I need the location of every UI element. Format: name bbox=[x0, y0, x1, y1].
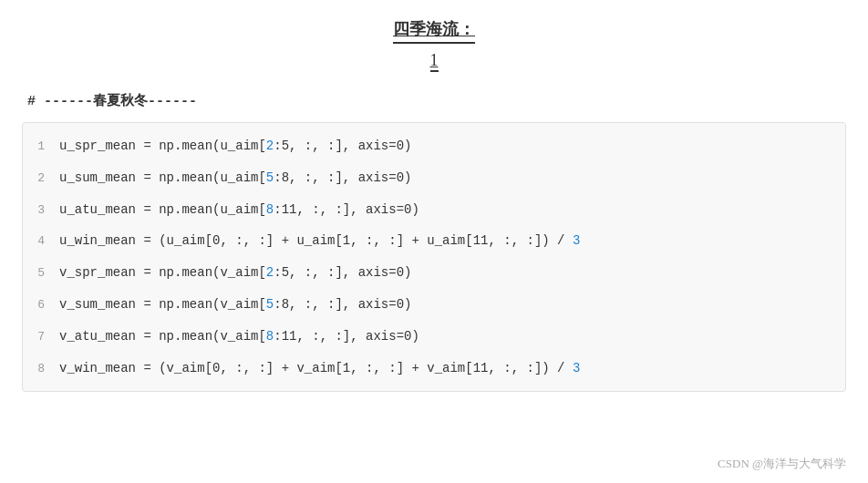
code-line: 3u_atu_mean = np.mean(u_aim[8:11, :, :],… bbox=[23, 194, 845, 226]
watermark: CSDN @海洋与大气科学 bbox=[718, 456, 846, 472]
code-line: 5v_spr_mean = np.mean(v_aim[2:5, :, :], … bbox=[23, 257, 845, 289]
line-content: u_win_mean = (u_aim[0, :, :] + u_aim[1, … bbox=[59, 231, 845, 251]
line-number: 6 bbox=[23, 296, 59, 315]
line-number: 7 bbox=[23, 328, 59, 347]
line-content: v_win_mean = (v_aim[0, :, :] + v_aim[1, … bbox=[59, 358, 845, 378]
code-line: 6v_sum_mean = np.mean(v_aim[5:8, :, :], … bbox=[23, 289, 845, 321]
code-line: 7v_atu_mean = np.mean(v_aim[8:11, :, :],… bbox=[23, 321, 845, 353]
line-number: 5 bbox=[23, 264, 59, 283]
line-content: u_atu_mean = np.mean(u_aim[8:11, :, :], … bbox=[59, 200, 845, 220]
line-number: 8 bbox=[23, 360, 59, 379]
code-block: 1u_spr_mean = np.mean(u_aim[2:5, :, :], … bbox=[22, 122, 846, 392]
title-section: 四季海流： bbox=[0, 18, 868, 44]
code-line: 2u_sum_mean = np.mean(u_aim[5:8, :, :], … bbox=[23, 162, 845, 194]
subtitle-number: 1 bbox=[430, 51, 439, 72]
page-wrapper: 四季海流： 1 # ------春夏秋冬------ 1u_spr_mean =… bbox=[0, 0, 868, 483]
line-content: v_sum_mean = np.mean(v_aim[5:8, :, :], a… bbox=[59, 294, 845, 314]
page-title: 四季海流： bbox=[393, 18, 475, 44]
code-line: 4u_win_mean = (u_aim[0, :, :] + u_aim[1,… bbox=[23, 225, 845, 257]
line-content: u_sum_mean = np.mean(u_aim[5:8, :, :], a… bbox=[59, 168, 845, 188]
line-number: 2 bbox=[23, 170, 59, 189]
line-content: v_atu_mean = np.mean(v_aim[8:11, :, :], … bbox=[59, 326, 845, 346]
code-line: 8v_win_mean = (v_aim[0, :, :] + v_aim[1,… bbox=[23, 353, 845, 385]
subtitle-section: 1 bbox=[0, 51, 868, 72]
section-comment: # ------春夏秋冬------ bbox=[0, 87, 868, 122]
line-content: u_spr_mean = np.mean(u_aim[2:5, :, :], a… bbox=[59, 136, 845, 156]
line-number: 4 bbox=[23, 232, 59, 252]
line-number: 1 bbox=[23, 138, 59, 157]
line-content: v_spr_mean = np.mean(v_aim[2:5, :, :], a… bbox=[59, 262, 845, 283]
code-line: 1u_spr_mean = np.mean(u_aim[2:5, :, :], … bbox=[23, 130, 845, 162]
line-number: 3 bbox=[23, 201, 59, 221]
